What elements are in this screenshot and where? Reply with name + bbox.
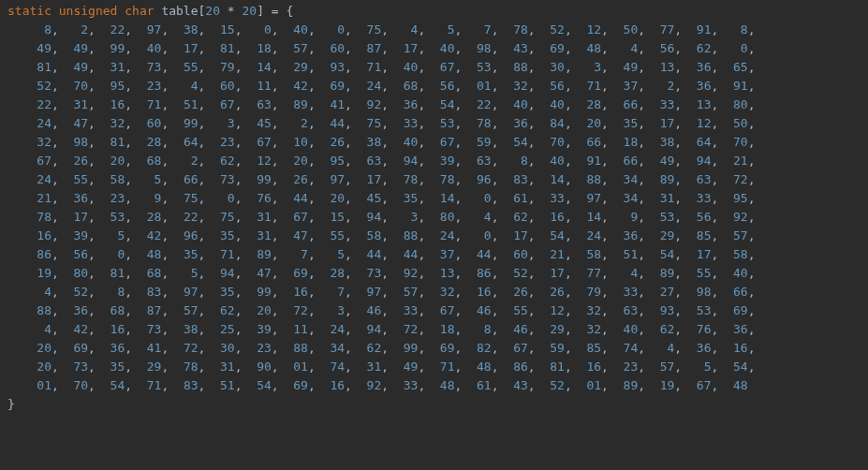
comma: , bbox=[638, 360, 653, 374]
comma: , bbox=[674, 135, 689, 149]
array-row: 52, 70, 95, 23, 4, 60, 11, 42, 69, 24, 6… bbox=[7, 79, 762, 93]
comma: , bbox=[492, 266, 507, 280]
comma: , bbox=[308, 303, 323, 317]
array-value: 26 bbox=[513, 285, 528, 299]
array-value: 64 bbox=[697, 135, 712, 149]
array-value: 24 bbox=[37, 116, 51, 130]
comma: , bbox=[528, 154, 543, 168]
array-value: 32 bbox=[513, 79, 528, 93]
comma: , bbox=[712, 341, 727, 355]
comma: , bbox=[125, 135, 140, 149]
array-value: 23 bbox=[220, 135, 235, 149]
array-value: 35 bbox=[184, 247, 199, 261]
comma: , bbox=[712, 97, 727, 111]
array-value: 87 bbox=[367, 41, 382, 55]
array-value: 63 bbox=[257, 97, 272, 111]
array-value: 7 bbox=[477, 22, 492, 37]
comma: , bbox=[199, 97, 213, 111]
array-value: 71 bbox=[147, 378, 162, 392]
array-value: 59 bbox=[477, 135, 492, 149]
array-value: 66 bbox=[586, 135, 601, 149]
array-value: 72 bbox=[404, 322, 419, 336]
comma: , bbox=[345, 247, 360, 261]
comma: , bbox=[638, 378, 653, 392]
array-value: 69 bbox=[330, 79, 345, 93]
array-value: 90 bbox=[257, 360, 272, 374]
comma: , bbox=[88, 247, 103, 261]
array-value: 24 bbox=[330, 322, 345, 336]
comma: , bbox=[161, 360, 176, 374]
array-value: 57 bbox=[660, 360, 675, 374]
comma: , bbox=[601, 303, 616, 317]
array-value: 88 bbox=[513, 60, 528, 74]
array-value: 30 bbox=[550, 60, 565, 74]
array-value: 60 bbox=[330, 41, 345, 55]
array-value: 72 bbox=[293, 303, 308, 317]
comma: , bbox=[712, 154, 727, 168]
array-value: 24 bbox=[37, 172, 51, 186]
comma: , bbox=[565, 135, 580, 149]
comma: , bbox=[492, 60, 507, 74]
array-value: 78 bbox=[404, 172, 419, 186]
comma: , bbox=[88, 41, 103, 55]
comma: , bbox=[748, 191, 763, 205]
array-value: 33 bbox=[660, 97, 675, 111]
comma: , bbox=[51, 60, 66, 74]
array-value: 36 bbox=[513, 116, 528, 130]
comma: , bbox=[308, 285, 323, 299]
comma: , bbox=[345, 41, 360, 55]
comma: , bbox=[418, 210, 433, 224]
comma: , bbox=[125, 228, 140, 242]
array-value: 86 bbox=[477, 266, 492, 280]
array-value: 42 bbox=[293, 79, 308, 93]
array-value: 79 bbox=[586, 285, 601, 299]
comma: , bbox=[492, 116, 507, 130]
comma: , bbox=[51, 266, 66, 280]
comma: , bbox=[528, 41, 543, 55]
comma: , bbox=[381, 79, 396, 93]
array-value: 23 bbox=[624, 360, 639, 374]
comma: , bbox=[712, 285, 727, 299]
comma: , bbox=[51, 135, 66, 149]
array-value: 3 bbox=[586, 60, 601, 74]
comma: , bbox=[88, 285, 103, 299]
comma: , bbox=[381, 116, 396, 130]
array-value: 72 bbox=[184, 341, 199, 355]
comma: , bbox=[528, 378, 543, 392]
array-row: 49, 49, 99, 40, 17, 81, 18, 57, 60, 87, … bbox=[7, 41, 762, 55]
comma: , bbox=[88, 116, 103, 130]
comma: , bbox=[88, 341, 103, 355]
comma: , bbox=[235, 378, 250, 392]
array-value: 63 bbox=[624, 303, 639, 317]
comma: , bbox=[345, 154, 360, 168]
array-value: 68 bbox=[147, 154, 162, 168]
array-value: 01 bbox=[477, 79, 492, 93]
array-value: 73 bbox=[147, 322, 162, 336]
comma: , bbox=[235, 41, 250, 55]
comma: , bbox=[345, 97, 360, 111]
comma: , bbox=[674, 191, 689, 205]
array-value: 75 bbox=[220, 210, 235, 224]
array-value: 26 bbox=[293, 172, 308, 186]
comma: , bbox=[161, 116, 176, 130]
array-value: 9 bbox=[624, 210, 639, 224]
comma: , bbox=[748, 210, 763, 224]
array-value: 71 bbox=[147, 97, 162, 111]
array-value: 51 bbox=[624, 247, 639, 261]
array-value: 38 bbox=[184, 22, 199, 37]
array-row: 67, 26, 20, 68, 2, 62, 12, 20, 95, 63, 9… bbox=[7, 154, 762, 168]
comma: , bbox=[272, 303, 287, 317]
array-row: 19, 80, 81, 68, 5, 94, 47, 69, 28, 73, 9… bbox=[7, 266, 762, 280]
comma: , bbox=[492, 79, 507, 93]
array-value: 91 bbox=[586, 154, 601, 168]
array-value: 21 bbox=[733, 154, 748, 168]
comma: , bbox=[565, 41, 580, 55]
array-value: 94 bbox=[220, 266, 235, 280]
array-value: 75 bbox=[367, 116, 382, 130]
comma: , bbox=[125, 60, 140, 74]
comma: , bbox=[161, 191, 176, 205]
array-value: 78 bbox=[477, 116, 492, 130]
comma: , bbox=[748, 228, 763, 242]
comma: , bbox=[674, 22, 689, 37]
array-value: 34 bbox=[624, 172, 639, 186]
